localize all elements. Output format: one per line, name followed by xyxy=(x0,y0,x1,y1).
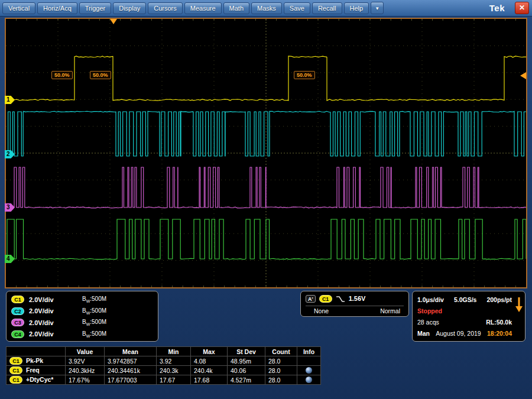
duty-cycle-annotation-2: 50.0% xyxy=(90,71,111,79)
bandwidth-limit: BW:500M xyxy=(82,330,106,338)
channel-badge: C1 xyxy=(9,357,22,365)
menu-item-cursors[interactable]: Cursors xyxy=(148,2,183,14)
meas-header-st-dev: St Dev xyxy=(228,347,265,356)
trigger-position-marker[interactable] xyxy=(110,19,117,24)
menu-item-save[interactable]: Save xyxy=(284,2,310,14)
menu-item-display[interactable]: Display xyxy=(113,2,146,14)
timebase-value: 1.0μs/div xyxy=(417,296,444,303)
measurement-name: +DtyCyc* xyxy=(26,376,53,383)
channel-settings-panel: C12.0V/divBW:500MC22.0V/divBW:500MC32.0V… xyxy=(6,291,158,342)
oscilloscope-app: VerticalHoriz/AcqTriggerDisplayCursorsMe… xyxy=(0,0,532,399)
tek-logo: Tek xyxy=(489,3,505,13)
horizontal-readout-panel[interactable]: 1.0μs/div 5.0GS/s 200ps/pt Stopped 28 ac… xyxy=(412,291,525,342)
measurement-info-cell xyxy=(297,356,321,366)
measurement-value: 3.92V xyxy=(66,356,105,366)
channel-scale: 2.0V/div xyxy=(29,307,66,314)
trigger-mode-value: Normal xyxy=(380,307,400,314)
trigger-a-badge: A' xyxy=(306,295,316,303)
measurement-value: 28.0 xyxy=(265,356,297,366)
measurement-value: 240.3kHz xyxy=(66,366,105,375)
menu-dropdown-button[interactable]: ▼ xyxy=(371,2,384,14)
measurement-row--dtycyc-: C1+DtyCyc*17.67%17.67700317.6717.684.527… xyxy=(7,375,321,385)
measurement-value: 4.527m xyxy=(228,375,265,385)
measurement-info-cell xyxy=(297,366,321,375)
trigger-source-badge: C1 xyxy=(319,295,332,303)
waveform-svg xyxy=(6,19,526,287)
chevron-down-icon: ▼ xyxy=(375,5,379,12)
channel-scale: 2.0V/div xyxy=(29,319,66,326)
measurement-header-row: ValueMeanMinMaxSt DevCountInfo xyxy=(7,347,321,356)
meas-header-value: Value xyxy=(66,347,105,356)
trigger-level-marker[interactable] xyxy=(520,72,526,79)
menu-item-trigger[interactable]: Trigger xyxy=(79,2,111,14)
scroll-down-arrow-icon[interactable] xyxy=(515,296,523,313)
channel-badge: C4 xyxy=(11,330,24,338)
trigger-level-value: 1.56V xyxy=(349,295,366,302)
trigger-mode-row: None Normal xyxy=(306,306,404,314)
bandwidth-limit: BW:500M xyxy=(82,307,106,315)
menu-item-recall[interactable]: Recall xyxy=(312,2,342,14)
channel-badge: C3 xyxy=(11,319,24,326)
measurement-value: 28.0 xyxy=(265,366,297,375)
measurement-value: 17.67 xyxy=(157,375,191,385)
info-icon[interactable] xyxy=(306,367,312,374)
measurement-name: Freq xyxy=(26,366,40,374)
channel-readout-c1[interactable]: C12.0V/divBW:500M xyxy=(11,294,153,306)
measurement-value: 3.9742857 xyxy=(105,356,157,366)
acquisition-mode: Man xyxy=(417,330,430,337)
measurement-value: 4.08 xyxy=(191,356,228,366)
channel-badge: C1 xyxy=(9,376,22,384)
info-icon[interactable] xyxy=(306,377,312,383)
measurement-value: 240.3k xyxy=(157,366,191,375)
meas-header-info: Info xyxy=(297,347,321,356)
channel-scale: 2.0V/div xyxy=(29,330,66,338)
channel-readout-c3[interactable]: C32.0V/divBW:500M xyxy=(11,317,153,329)
menu-bar-items: VerticalHoriz/AcqTriggerDisplayCursorsMe… xyxy=(2,2,371,14)
meas-header-name xyxy=(7,347,66,356)
measurement-value: 3.92 xyxy=(157,356,191,366)
channel-readout-c4[interactable]: C42.0V/divBW:500M xyxy=(11,329,153,340)
menu-item-horiz-acq[interactable]: Horiz/Acq xyxy=(37,2,77,14)
channel-badge: C1 xyxy=(11,296,24,303)
measurement-value: 48.95m xyxy=(228,356,265,366)
measurement-value: 28.0 xyxy=(265,375,297,385)
acquisition-status: Stopped xyxy=(417,307,442,314)
channel-badge: C2 xyxy=(11,307,24,315)
measurement-row-freq: C1Freq240.3kHz240.34461k240.3k240.4k40.0… xyxy=(7,366,321,375)
measurement-value: 240.34461k xyxy=(105,366,157,375)
menu-item-help[interactable]: Help xyxy=(344,2,369,14)
measurement-row-pk-pk: C1Pk-Pk3.92V3.97428573.924.0848.95m28.0 xyxy=(7,356,321,366)
measurement-info-cell xyxy=(297,375,321,385)
meas-header-min: Min xyxy=(157,347,191,356)
trigger-holdoff-value: None xyxy=(314,307,329,314)
trace-ch4 xyxy=(6,219,526,259)
trace-ch3 xyxy=(6,167,526,208)
meas-header-mean: Mean xyxy=(105,347,157,356)
meas-header-max: Max xyxy=(191,347,228,356)
acquisition-count: 28 acqs xyxy=(417,319,439,326)
falling-edge-icon xyxy=(336,295,345,303)
measurement-name: Pk-Pk xyxy=(26,357,43,364)
meas-header-count: Count xyxy=(265,347,297,356)
menu-item-masks[interactable]: Masks xyxy=(251,2,282,14)
menu-item-measure[interactable]: Measure xyxy=(184,2,222,14)
channel-badge: C1 xyxy=(9,366,22,374)
measurement-value: 17.67% xyxy=(66,375,105,385)
bandwidth-limit: BW:500M xyxy=(82,296,106,303)
measurement-value: 40.06 xyxy=(228,366,265,375)
channel-scale: 2.0V/div xyxy=(29,296,66,303)
duty-cycle-annotation-1: 50.0% xyxy=(51,71,73,79)
date-value: August 09, 2019 xyxy=(436,330,481,337)
measurement-value: 17.677003 xyxy=(105,375,157,385)
menu-bar: VerticalHoriz/AcqTriggerDisplayCursorsMe… xyxy=(0,0,532,17)
close-button[interactable]: ✕ xyxy=(515,2,529,14)
menu-item-vertical[interactable]: Vertical xyxy=(2,2,35,14)
duty-cycle-annotation-3: 50.0% xyxy=(294,71,315,79)
menu-item-math[interactable]: Math xyxy=(223,2,249,14)
resolution-value: 200ps/pt xyxy=(486,296,512,303)
measurement-table: ValueMeanMinMaxSt DevCountInfoC1Pk-Pk3.9… xyxy=(6,346,321,385)
channel-readout-c2[interactable]: C22.0V/divBW:500M xyxy=(11,306,153,317)
measurement-value: 240.4k xyxy=(191,366,228,375)
bandwidth-limit: BW:500M xyxy=(82,319,106,326)
trigger-readout-panel[interactable]: A' C1 1.56V None Normal xyxy=(300,291,409,317)
